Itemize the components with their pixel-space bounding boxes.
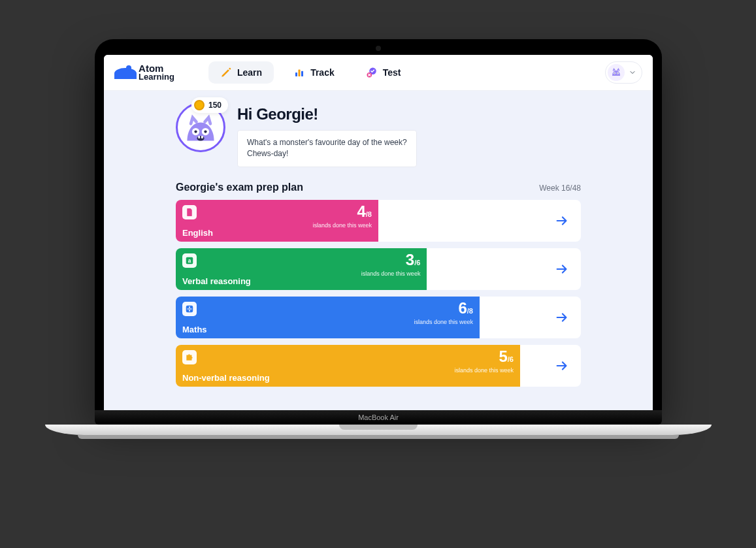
svg-point-7 xyxy=(614,73,615,73)
subject-cards: 4/8islands done this weekEnglisha3/6isla… xyxy=(176,200,581,387)
svg-rect-20 xyxy=(188,308,192,309)
subject-card[interactable]: 4/8islands done this weekEnglish xyxy=(176,200,581,242)
svg-rect-0 xyxy=(295,73,297,76)
tab-learn[interactable]: Learn xyxy=(208,61,274,84)
brand-mark-icon xyxy=(114,66,136,79)
coin-badge[interactable]: 150 xyxy=(191,97,228,113)
svg-point-11 xyxy=(194,130,197,133)
laptop-frame: Atom Learning Learn xyxy=(95,39,662,438)
subject-done-count: 4 xyxy=(357,202,365,220)
subject-card[interactable]: a3/6islands done this weekVerbal reasoni… xyxy=(176,248,581,290)
subject-icon: a xyxy=(182,253,197,268)
svg-rect-2 xyxy=(301,71,303,76)
plan-week: Week 16/48 xyxy=(539,184,581,193)
arrow-right-icon xyxy=(555,262,569,276)
arrow-right-icon xyxy=(555,310,569,325)
camera-dot xyxy=(376,46,381,51)
plan-header: Georgie's exam prep plan Week 16/48 xyxy=(176,182,581,193)
app: Atom Learning Learn xyxy=(104,55,653,410)
test-check-icon xyxy=(366,67,378,78)
svg-point-13 xyxy=(197,136,204,140)
device-label: MacBook Air xyxy=(95,410,662,425)
subject-name: Non-verbal reasoning xyxy=(182,373,514,383)
pencil-icon xyxy=(220,67,232,78)
svg-point-8 xyxy=(617,73,618,73)
monster-icon xyxy=(182,109,219,146)
subject-card[interactable]: 6/8islands done this weekMaths xyxy=(176,297,581,338)
svg-text:a: a xyxy=(188,258,191,264)
chevron-down-icon xyxy=(629,69,636,76)
arrow-right-icon xyxy=(555,359,569,373)
avatar-icon xyxy=(608,64,625,81)
laptop-bezel: Atom Learning Learn xyxy=(95,39,662,410)
subject-stats: 5/6 xyxy=(499,349,514,364)
brand-text: Atom Learning xyxy=(139,64,174,80)
subject-icon xyxy=(182,205,197,219)
joke-answer: Chews-day! xyxy=(247,148,407,159)
tab-test-label: Test xyxy=(383,67,401,78)
subject-sublabel: islands done this week xyxy=(361,270,421,277)
subject-sublabel: islands done this week xyxy=(414,319,473,325)
hero: 150 xyxy=(176,103,581,167)
joke-box: What's a monster's favourite day of the … xyxy=(237,130,417,167)
subject-progress-fill: 5/6islands done this weekNon-verbal reas… xyxy=(176,345,520,387)
screen: Atom Learning Learn xyxy=(104,55,653,410)
subject-stats: 4/8 xyxy=(357,204,372,219)
arrow-right-icon xyxy=(555,214,569,228)
joke-question: What's a monster's favourite day of the … xyxy=(247,137,407,148)
hero-text: Hi Georgie! What's a monster's favourite… xyxy=(237,103,417,167)
plan-title: Georgie's exam prep plan xyxy=(176,182,303,193)
tab-track-label: Track xyxy=(310,67,335,78)
svg-point-12 xyxy=(204,130,206,133)
subject-icon xyxy=(182,302,197,316)
brand-line2: Learning xyxy=(139,73,174,81)
subject-name: Maths xyxy=(182,325,473,334)
greeting: Hi Georgie! xyxy=(237,105,417,123)
subject-name: Verbal reasoning xyxy=(182,276,420,286)
subject-progress-fill: 4/8islands done this weekEnglish xyxy=(176,200,378,242)
subject-progress-fill: a3/6islands done this weekVerbal reasoni… xyxy=(176,248,427,290)
profile-menu[interactable] xyxy=(605,61,642,84)
subject-stats: 3/6 xyxy=(406,252,421,268)
subject-card-action[interactable] xyxy=(427,248,581,290)
subject-total-count: /8 xyxy=(467,307,473,315)
coin-icon xyxy=(194,100,205,110)
subject-total-count: /6 xyxy=(508,355,514,363)
subject-done-count: 3 xyxy=(406,251,414,268)
subject-name: English xyxy=(182,228,372,238)
subject-progress-fill: 6/8islands done this weekMaths xyxy=(176,297,480,338)
subject-sublabel: islands done this week xyxy=(312,222,372,229)
subject-card[interactable]: 5/6islands done this weekNon-verbal reas… xyxy=(176,345,581,387)
subject-done-count: 5 xyxy=(499,347,507,365)
topbar: Atom Learning Learn xyxy=(104,55,653,91)
svg-point-21 xyxy=(189,310,190,311)
tab-track[interactable]: Track xyxy=(282,61,346,84)
subject-done-count: 6 xyxy=(458,299,467,317)
subject-card-action[interactable] xyxy=(378,200,581,242)
content: 150 xyxy=(104,91,653,410)
svg-rect-1 xyxy=(299,70,301,77)
svg-point-19 xyxy=(189,306,190,308)
subject-card-action[interactable] xyxy=(480,297,581,338)
subject-total-count: /6 xyxy=(414,259,420,266)
svg-rect-14 xyxy=(198,136,200,138)
coin-count: 150 xyxy=(208,101,222,110)
subject-total-count: /8 xyxy=(366,210,372,218)
tab-learn-label: Learn xyxy=(237,67,262,78)
subject-sublabel: islands done this week xyxy=(454,367,514,374)
brand-logo[interactable]: Atom Learning xyxy=(114,64,174,80)
subject-card-action[interactable] xyxy=(520,345,581,387)
subject-stats: 6/8 xyxy=(458,300,473,316)
subject-icon xyxy=(182,350,197,364)
tab-test[interactable]: Test xyxy=(354,61,413,84)
svg-rect-15 xyxy=(201,136,203,138)
nav-tabs: Learn Track xyxy=(208,61,412,84)
laptop-base: MacBook Air xyxy=(45,410,712,438)
bar-chart-icon xyxy=(293,67,305,78)
